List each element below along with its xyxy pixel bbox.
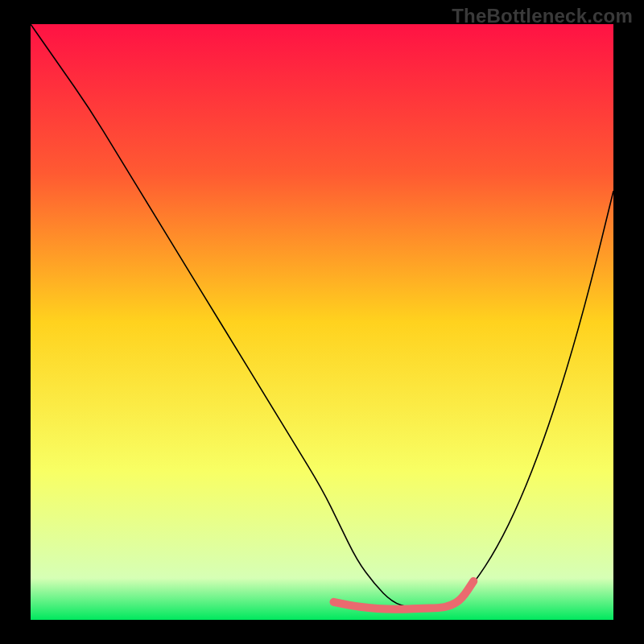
chart-frame: TheBottleneck.com (0, 0, 644, 644)
bottleneck-chart (31, 24, 613, 620)
watermark-text: TheBottleneck.com (452, 5, 633, 27)
gradient-background (31, 24, 613, 620)
